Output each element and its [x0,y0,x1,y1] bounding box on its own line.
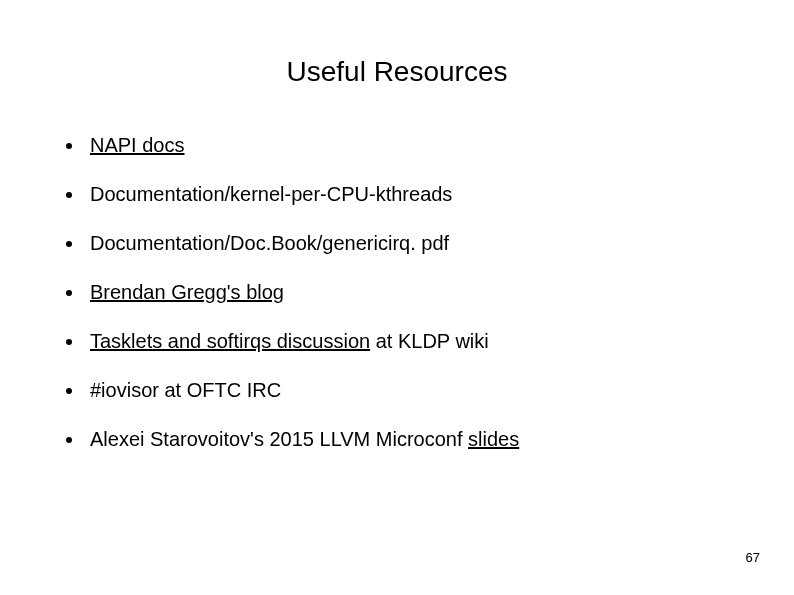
list-item-text: Brendan Gregg's blog [90,279,284,306]
list-item: Brendan Gregg's blog [66,279,726,306]
slide-title: Useful Resources [0,56,794,88]
text-span: Alexei Starovoitov's 2015 LLVM Microconf [90,428,468,450]
resource-link[interactable]: NAPI docs [90,134,184,156]
text-span: Documentation/kernel-per-CPU-kthreads [90,183,452,205]
list-item-text: #iovisor at OFTC IRC [90,377,281,404]
text-span: #iovisor at OFTC IRC [90,379,281,401]
list-item-text: Documentation/Doc.Book/genericirq. pdf [90,230,449,257]
list-item: Alexei Starovoitov's 2015 LLVM Microconf… [66,426,726,453]
list-item: #iovisor at OFTC IRC [66,377,726,404]
bullet-icon [66,290,72,296]
bullet-icon [66,143,72,149]
list-item-text: Alexei Starovoitov's 2015 LLVM Microconf… [90,426,519,453]
list-item-text: NAPI docs [90,132,184,159]
bullet-list: NAPI docsDocumentation/kernel-per-CPU-kt… [66,132,726,475]
list-item: NAPI docs [66,132,726,159]
text-span: Documentation/Doc.Book/genericirq. pdf [90,232,449,254]
list-item-text: Tasklets and softirqs discussion at KLDP… [90,328,489,355]
resource-link[interactable]: Tasklets and softirqs discussion [90,330,370,352]
resource-link[interactable]: Brendan Gregg's blog [90,281,284,303]
bullet-icon [66,192,72,198]
text-span: at KLDP wiki [370,330,489,352]
bullet-icon [66,388,72,394]
bullet-icon [66,339,72,345]
slide: Useful Resources NAPI docsDocumentation/… [0,0,794,595]
page-number: 67 [746,550,760,565]
bullet-icon [66,437,72,443]
bullet-icon [66,241,72,247]
list-item: Documentation/Doc.Book/genericirq. pdf [66,230,726,257]
list-item-text: Documentation/kernel-per-CPU-kthreads [90,181,452,208]
list-item: Tasklets and softirqs discussion at KLDP… [66,328,726,355]
list-item: Documentation/kernel-per-CPU-kthreads [66,181,726,208]
resource-link[interactable]: slides [468,428,519,450]
